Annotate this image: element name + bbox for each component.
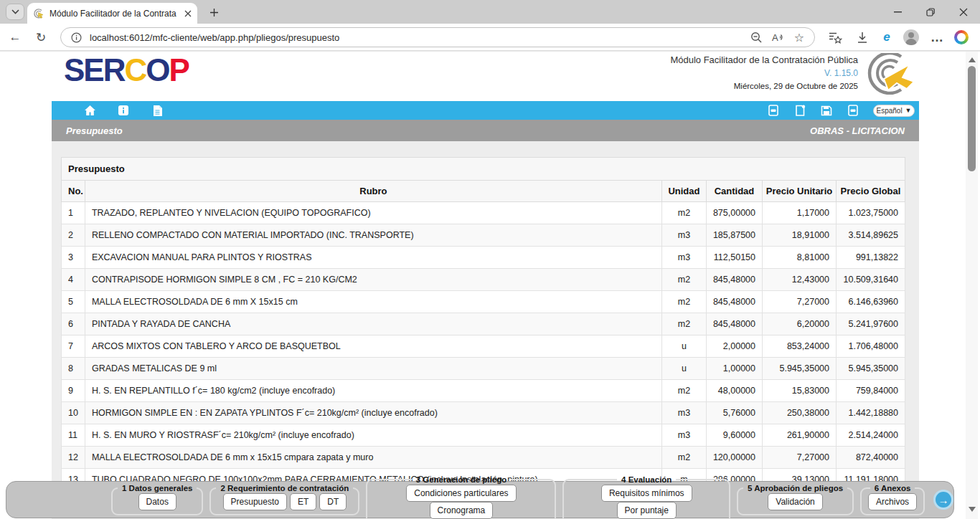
url-field[interactable]: localhost:6012/mfc-cliente/web/app.php/p… xyxy=(60,27,815,47)
cell-precio-unitario: 250,38000 xyxy=(763,402,837,424)
cell-no: 10 xyxy=(62,402,85,424)
refresh-icon[interactable]: ↻ xyxy=(33,29,49,45)
cell-rubro: RELLENO COMPACTADO CON MATERIAL IMPORTAD… xyxy=(85,224,661,247)
cell-no: 7 xyxy=(62,335,85,358)
close-icon[interactable] xyxy=(947,0,980,24)
table-row: 12MALLA ELECTROSOLDADA DE 6 mm x 15x15 c… xyxy=(62,447,905,469)
logo-text-p: P xyxy=(169,52,189,87)
document-icon[interactable] xyxy=(151,104,164,117)
cell-unidad: m2 xyxy=(661,447,706,469)
column-header-1: Rubro xyxy=(85,181,661,202)
mfc-arcs-logo xyxy=(859,53,915,97)
cell-unidad: m2 xyxy=(661,380,706,402)
footer-button-archivos[interactable]: Archivos xyxy=(868,493,917,510)
profile-avatar[interactable] xyxy=(903,29,920,46)
new-tab-button[interactable] xyxy=(206,4,222,20)
app-version[interactable]: V. 1.15.0 xyxy=(670,68,858,78)
cell-cantidad: 9,60000 xyxy=(706,424,762,447)
svg-text:A: A xyxy=(772,32,778,43)
column-header-0: No. xyxy=(62,181,85,202)
header-text-block: Módulo Facilitador de la Contratación Pú… xyxy=(670,54,858,90)
cell-rubro: ARCOS MIXTOS CON TABLERO Y ARCO DE BASQU… xyxy=(85,335,661,358)
footer-button-por-puntaje[interactable]: Por puntaje xyxy=(617,502,677,519)
favorites-list-icon[interactable] xyxy=(826,29,844,46)
footer-group-legend: 6 Anexos xyxy=(870,484,915,492)
tab-search-button[interactable] xyxy=(6,4,24,20)
cell-unidad: m3 xyxy=(661,224,706,247)
cell-no: 1 xyxy=(62,202,85,224)
scroll-down-icon[interactable] xyxy=(969,507,976,512)
cell-no: 5 xyxy=(62,291,85,313)
main-navbar: Español ▼ xyxy=(52,101,919,120)
cell-no: 6 xyxy=(62,313,85,335)
save-ushay-icon[interactable] xyxy=(820,104,833,117)
download-icon[interactable] xyxy=(854,29,871,46)
browser-tab[interactable]: Módulo Facilitador de la Contrata xyxy=(27,3,197,24)
more-menu-icon[interactable]: … xyxy=(928,29,946,46)
footer-group-2: 2 Requerimiento de contrataciónPresupues… xyxy=(209,484,359,515)
footer-button-dt[interactable]: DT xyxy=(319,493,347,510)
cell-cantidad: 48,00000 xyxy=(706,380,762,402)
copilot-icon[interactable] xyxy=(953,29,970,46)
logo-text-o: O xyxy=(146,52,169,87)
cell-unidad: m3 xyxy=(661,247,706,269)
cell-precio-global: 759,84000 xyxy=(837,380,905,402)
table-row: 3EXCAVACION MANUAL PARA PLINTOS Y RIOSTR… xyxy=(62,247,905,269)
footer-group-legend: 1 Datos generales xyxy=(118,484,197,492)
site-info-icon[interactable] xyxy=(68,29,84,45)
back-icon[interactable]: ← xyxy=(7,29,23,45)
tab-close-icon[interactable] xyxy=(184,10,192,17)
favorite-star-icon[interactable]: ☆ xyxy=(791,29,807,45)
footer-group-3: 3 Generación de pliegoCondiciones partic… xyxy=(366,475,556,519)
cell-precio-global: 5.241,97600 xyxy=(837,313,905,335)
home-icon[interactable] xyxy=(83,104,96,117)
ie-mode-icon[interactable]: e xyxy=(878,29,895,46)
footer-group-legend: 4 Evaluación xyxy=(617,475,676,484)
cell-rubro: H. S. EN REPLANTILLO f´c= 180 kg/cm2 (in… xyxy=(85,380,661,402)
next-button[interactable]: → xyxy=(933,490,953,510)
table-row: 6PINTADA Y RAYADA DE CANCHAm2845,480006,… xyxy=(62,313,905,335)
document-new-icon[interactable] xyxy=(793,104,806,117)
cell-cantidad: 845,48000 xyxy=(706,313,762,335)
tab-strip: Módulo Facilitador de la Contrata xyxy=(0,0,980,24)
column-header-5: Precio Global xyxy=(837,181,905,202)
column-header-4: Precio Unitario xyxy=(763,181,837,202)
cell-precio-global: 1.442,18880 xyxy=(837,402,905,424)
language-select[interactable]: Español ▼ xyxy=(873,105,915,117)
column-header-2: Unidad xyxy=(661,181,706,202)
table-row: 5MALLA ELECTROSOLDADA DE 6 mm X 15x15 cm… xyxy=(62,291,905,313)
tab-title: Módulo Facilitador de la Contrata xyxy=(50,9,179,19)
cell-precio-unitario: 1,17000 xyxy=(763,202,837,224)
table-row: 2RELLENO COMPACTADO CON MATERIAL IMPORTA… xyxy=(62,224,905,247)
favicon-icon xyxy=(33,8,44,19)
footer-group-6: 6 AnexosArchivos xyxy=(860,484,925,515)
footer-button-validación[interactable]: Validación xyxy=(768,493,822,510)
cell-unidad: u xyxy=(661,335,706,358)
scroll-thumb[interactable] xyxy=(968,66,976,171)
cell-precio-global: 3.514,89625 xyxy=(837,224,905,247)
pdf-export-icon[interactable] xyxy=(767,104,780,117)
column-header-3: Cantidad xyxy=(706,181,762,202)
footer-button-et[interactable]: ET xyxy=(290,493,316,510)
zoom-icon[interactable] xyxy=(748,29,764,45)
footer-button-requisitos-mínimos[interactable]: Requisitos mínimos xyxy=(601,485,692,502)
cell-precio-global: 10.509,31640 xyxy=(837,269,905,291)
cell-no: 3 xyxy=(62,247,85,269)
scroll-up-icon[interactable] xyxy=(969,57,976,62)
pdf-view-icon[interactable] xyxy=(847,104,859,117)
cell-no: 2 xyxy=(62,224,85,247)
info-icon[interactable] xyxy=(117,104,130,117)
footer-button-condiciones-particulares[interactable]: Condiciones particulares xyxy=(406,485,516,502)
footer-button-presupuesto[interactable]: Presupuesto xyxy=(223,493,287,510)
cell-cantidad: 845,48000 xyxy=(706,291,762,313)
cell-rubro: MALLA ELECTROSOLDADA DE 6 mm X 15x15 cm xyxy=(85,291,661,313)
footer-button-datos[interactable]: Datos xyxy=(138,493,176,510)
footer-button-cronograma[interactable]: Cronograma xyxy=(430,502,494,519)
restore-icon[interactable] xyxy=(914,0,947,24)
vertical-scrollbar[interactable] xyxy=(966,52,978,519)
cell-cantidad: 1,00000 xyxy=(706,358,762,380)
minimize-icon[interactable] xyxy=(881,0,914,24)
url-text[interactable]: localhost:6012/mfc-cliente/web/app.php/p… xyxy=(90,32,743,43)
read-aloud-icon[interactable]: A xyxy=(770,29,786,45)
footer-group-legend: 5 Aprobación de pliegos xyxy=(743,484,847,492)
